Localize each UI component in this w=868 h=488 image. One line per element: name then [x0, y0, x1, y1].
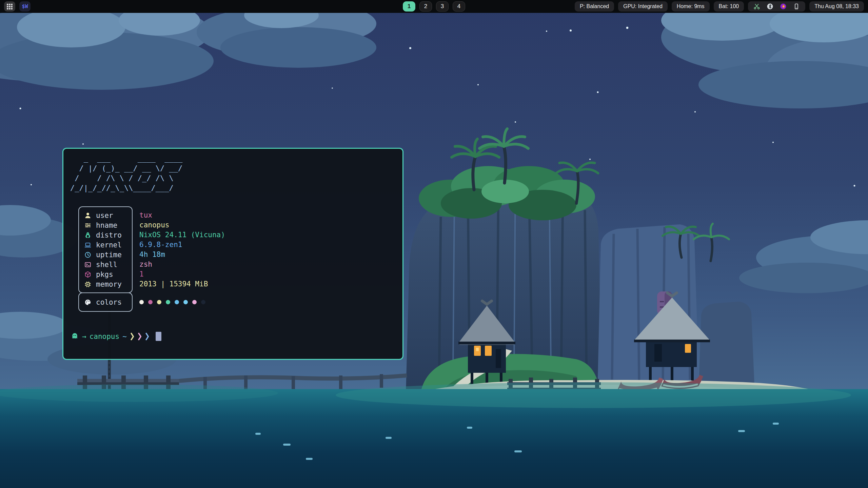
fetch-row-distro: distro	[79, 230, 132, 240]
text-cursor	[156, 332, 161, 341]
fetch-label-hname: hname	[96, 221, 117, 229]
fetch-value-distro: NixOS 24.11 (Vicuna)	[139, 230, 225, 240]
fetch-keys-column: user hname	[78, 206, 133, 312]
color-palette-row	[139, 297, 225, 307]
phone-icon[interactable]	[793, 3, 800, 10]
gpu-pill[interactable]: GPU: Integrated	[618, 1, 668, 12]
fetch-label-colors: colors	[96, 298, 122, 306]
color-dot-7	[201, 300, 205, 304]
latency-pill[interactable]: Home: 9ms	[672, 1, 710, 12]
chip-icon	[83, 280, 92, 288]
prompt-chevron-1	[131, 332, 134, 341]
color-dot-0	[139, 300, 144, 304]
color-dot-3	[166, 300, 170, 304]
hostname-icon	[83, 221, 92, 229]
battery-pill[interactable]: Bat: 100	[714, 1, 744, 12]
shell-prompt[interactable]: → canopus ~	[70, 332, 161, 341]
fetch-label-kernel: kernel	[96, 241, 122, 249]
fetch-row-colors: colors	[79, 297, 132, 307]
scissors-icon[interactable]	[753, 3, 761, 10]
penguin-icon	[83, 231, 92, 239]
fetch-row-kernel: kernel	[79, 240, 132, 250]
battery-label: Bat: 100	[719, 3, 739, 9]
gpu-label: GPU: Integrated	[623, 3, 663, 9]
fetch-label-user: user	[96, 211, 113, 220]
fetch-label-distro: distro	[96, 231, 122, 239]
color-dot-2	[157, 300, 161, 304]
prompt-chevron-2	[138, 332, 142, 341]
prompt-arrow: →	[82, 332, 86, 341]
app-launcher-button[interactable]	[4, 1, 15, 12]
workspace-button-3[interactable]: 3	[436, 1, 449, 12]
power-profile-pill[interactable]: P: Balanced	[575, 1, 614, 12]
fetch-value-uptime: 4h 18m	[139, 250, 225, 260]
bluetooth-icon[interactable]	[766, 3, 774, 10]
color-dot-1	[148, 300, 153, 304]
fetch-row-hname: hname	[79, 220, 132, 230]
top-bar: $W 1 2 3 4 P: Balanced GPU: Integrated H…	[0, 0, 868, 13]
fetch-keys-box: user hname	[78, 206, 133, 293]
terminal-icon	[83, 260, 92, 269]
system-tray	[748, 1, 805, 12]
fetch-value-user: tux	[139, 210, 225, 220]
logo-text: $W	[22, 3, 28, 9]
fetch-label-uptime: uptime	[96, 251, 122, 259]
fetch-colors-box: colors	[78, 292, 133, 312]
workspace-button-2[interactable]: 2	[419, 1, 432, 12]
user-icon	[83, 211, 92, 220]
fetch-value-hname: canopus	[139, 220, 225, 230]
fetch-values-column: tux canopus NixOS 24.11 (Vicuna) 6.9.8-z…	[139, 206, 225, 312]
prompt-chevron-3	[145, 332, 149, 341]
clock-label: Thu Aug 08, 18:33	[814, 3, 859, 9]
fetch-value-memory: 2013 | 15394 MiB	[139, 279, 225, 289]
fetch-value-pkgs: 1	[139, 269, 225, 279]
bar-left: $W	[4, 1, 31, 12]
prompt-path: ~	[122, 332, 127, 341]
workspace-button-4[interactable]: 4	[453, 1, 465, 12]
ghost-icon	[70, 332, 79, 341]
fetch-row-user: user	[79, 210, 132, 220]
package-icon	[83, 270, 92, 279]
color-dot-4	[175, 300, 179, 304]
fetch-value-kernel: 6.9.8-zen1	[139, 240, 225, 250]
flame-icon[interactable]	[780, 3, 787, 10]
bar-right: P: Balanced GPU: Integrated Home: 9ms Ba…	[575, 1, 864, 12]
palette-icon	[83, 298, 92, 306]
logo-button[interactable]: $W	[19, 1, 31, 12]
workspace-button-1[interactable]: 1	[403, 1, 415, 12]
cloud-top-left	[0, 5, 214, 90]
color-dot-6	[192, 300, 197, 304]
power-profile-label: P: Balanced	[580, 3, 609, 9]
fetch-row-memory: memory	[79, 279, 132, 289]
app-grid-icon	[7, 4, 13, 9]
terminal-window[interactable]: _ ___ ____ ____ / |/ (_)_ __/ __ \/ __/ …	[62, 148, 403, 360]
fetch-row-uptime: uptime	[79, 250, 132, 260]
ascii-logo: _ ___ ____ ____ / |/ (_)_ __/ __ \/ __/ …	[70, 154, 402, 193]
laptop-icon	[83, 241, 92, 249]
clock-icon	[83, 250, 92, 259]
fetch-label-shell: shell	[96, 261, 117, 269]
prompt-hostname: canopus	[90, 332, 120, 341]
fetch-row-pkgs: pkgs	[79, 269, 132, 279]
fetch-label-memory: memory	[96, 280, 122, 288]
color-dot-5	[183, 300, 188, 304]
clock-pill[interactable]: Thu Aug 08, 18:33	[809, 1, 864, 12]
fetch-panel: user hname	[78, 206, 402, 312]
workspace-switcher: 1 2 3 4	[403, 1, 465, 12]
fetch-row-shell: shell	[79, 260, 132, 269]
latency-label: Home: 9ms	[677, 3, 705, 9]
fetch-label-pkgs: pkgs	[96, 270, 113, 279]
fetch-value-shell: zsh	[139, 260, 225, 269]
